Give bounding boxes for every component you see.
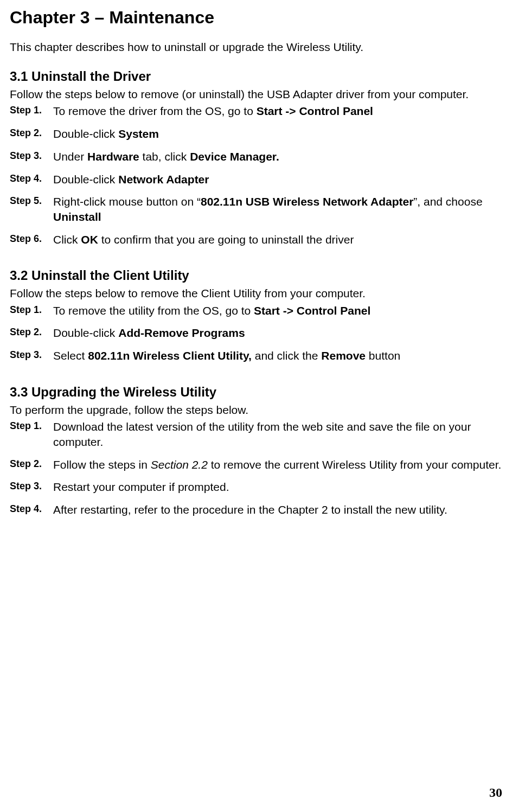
step: Step 3. Restart your computer if prompte… — [10, 479, 502, 495]
step-list: Step 1. To remove the utility from the O… — [10, 303, 502, 363]
step-label: Step 2. — [10, 457, 53, 470]
section-lead: Follow the steps below to remove (or uni… — [10, 87, 502, 101]
step-body: Double-click System — [53, 126, 502, 142]
step-label: Step 2. — [10, 126, 53, 139]
step-body: To remove the utility from the OS, go to… — [53, 303, 502, 318]
step-list: Step 1. To remove the driver from the OS… — [10, 104, 502, 247]
step-body: Double-click Add-Remove Programs — [53, 325, 502, 341]
section-heading: 3.1 Uninstall the Driver — [10, 68, 502, 85]
step: Step 4. After restarting, refer to the p… — [10, 502, 502, 517]
step-label: Step 3. — [10, 149, 53, 162]
step-body: Download the latest version of the utili… — [53, 419, 502, 449]
step-list: Step 1. Download the latest version of t… — [10, 419, 502, 517]
step-label: Step 1. — [10, 303, 53, 316]
step-body: Right-click mouse button on “802.11n USB… — [53, 194, 502, 224]
step: Step 4. Double-click Network Adapter — [10, 172, 502, 187]
section-3-1: 3.1 Uninstall the Driver Follow the step… — [10, 68, 502, 247]
step: Step 1. Download the latest version of t… — [10, 419, 502, 449]
step-body: After restarting, refer to the procedure… — [53, 502, 502, 517]
step: Step 3. Select 802.11n Wireless Client U… — [10, 348, 502, 363]
section-3-2: 3.2 Uninstall the Client Utility Follow … — [10, 267, 502, 363]
step: Step 2. Follow the steps in Section 2.2 … — [10, 457, 502, 472]
step: Step 3. Under Hardware tab, click Device… — [10, 149, 502, 164]
step-label: Step 3. — [10, 348, 53, 361]
step: Step 2. Double-click Add-Remove Programs — [10, 325, 502, 341]
step-label: Step 4. — [10, 502, 53, 515]
step-body: To remove the driver from the OS, go to … — [53, 104, 502, 119]
step-label: Step 2. — [10, 325, 53, 338]
step: Step 6. Click OK to confirm that you are… — [10, 232, 502, 247]
section-lead: Follow the steps below to remove the Cli… — [10, 286, 502, 300]
step-body: Click OK to confirm that you are going t… — [53, 232, 502, 247]
step: Step 1. To remove the utility from the O… — [10, 303, 502, 318]
step-label: Step 5. — [10, 194, 53, 207]
step-body: Restart your computer if prompted. — [53, 479, 502, 495]
section-3-3: 3.3 Upgrading the Wireless Utility To pe… — [10, 384, 502, 517]
step-label: Step 1. — [10, 419, 53, 432]
step: Step 2. Double-click System — [10, 126, 502, 142]
step-label: Step 4. — [10, 172, 53, 184]
step: Step 5. Right-click mouse button on “802… — [10, 194, 502, 224]
chapter-title: Chapter 3 – Maintenance — [10, 8, 502, 28]
step-label: Step 3. — [10, 479, 53, 492]
chapter-intro: This chapter describes how to uninstall … — [10, 40, 502, 54]
step-body: Double-click Network Adapter — [53, 172, 502, 187]
step-body: Follow the steps in Section 2.2 to remov… — [53, 457, 502, 472]
section-lead: To perform the upgrade, follow the steps… — [10, 402, 502, 417]
step-label: Step 1. — [10, 104, 53, 116]
page-number: 30 — [489, 785, 502, 800]
section-heading: 3.2 Uninstall the Client Utility — [10, 267, 502, 284]
step-body: Select 802.11n Wireless Client Utility, … — [53, 348, 502, 363]
section-heading: 3.3 Upgrading the Wireless Utility — [10, 384, 502, 400]
step: Step 1. To remove the driver from the OS… — [10, 104, 502, 119]
step-body: Under Hardware tab, click Device Manager… — [53, 149, 502, 164]
step-label: Step 6. — [10, 232, 53, 245]
